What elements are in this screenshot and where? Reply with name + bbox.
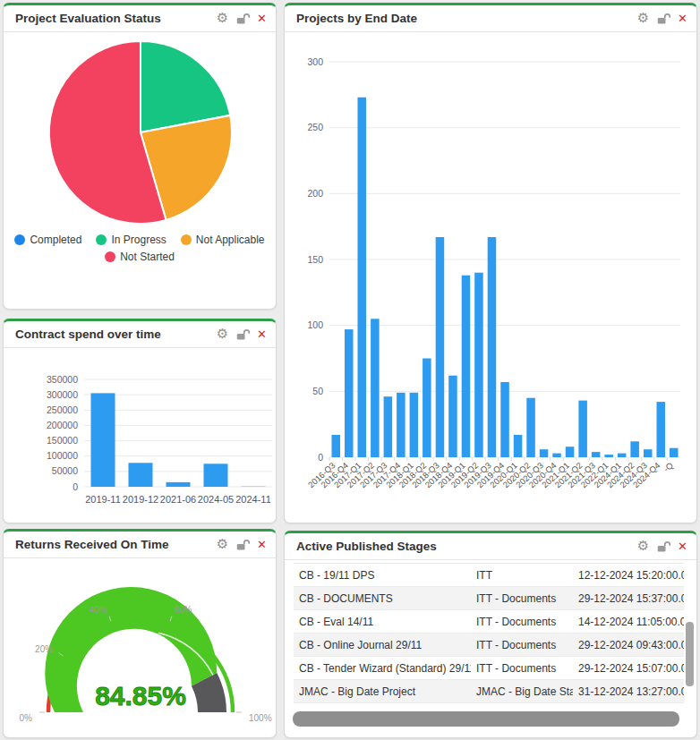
bar[interactable] [552, 454, 561, 457]
unlock-icon[interactable] [235, 13, 250, 25]
table-cell: 14-12-2024 11:05:00.000 [573, 616, 684, 628]
panel-title: Returns Received On Time [15, 538, 169, 551]
panel-title: Project Evaluation Status [15, 12, 161, 25]
bar[interactable] [371, 319, 380, 457]
table-cell: JMAC - Big Date Stage [471, 685, 573, 698]
vertical-scrollbar-thumb[interactable] [686, 622, 694, 686]
close-icon[interactable]: ✕ [678, 13, 687, 24]
stages-table: CB - 19/11 DPSITT12-12-2024 15:20:00.000… [294, 563, 684, 703]
panel-title: Active Published Stages [296, 540, 437, 553]
gear-icon[interactable]: ⚙ [217, 327, 228, 341]
bar[interactable] [410, 393, 419, 457]
bar[interactable] [604, 455, 613, 457]
close-icon[interactable]: ✕ [257, 328, 267, 340]
y-tick-label: 350000 [47, 374, 78, 385]
table-row[interactable]: CB - DOCUMENTSITT - Documents29-12-2024 … [294, 587, 684, 610]
gear-icon[interactable]: ⚙ [637, 12, 649, 25]
gauge-tick-label: 20% [35, 644, 53, 654]
table-cell: ITT [471, 569, 573, 582]
table-cell: 29-12-2024 15:07:00.000 [573, 662, 684, 675]
bar[interactable] [630, 441, 639, 457]
y-tick-label: 250000 [47, 404, 78, 415]
panel-header-icons: ⚙✕ [217, 538, 267, 551]
table-cell: JMAC - Big Date Project [294, 685, 471, 698]
gear-icon[interactable]: ⚙ [217, 538, 228, 551]
bar[interactable] [488, 237, 497, 457]
unlock-icon[interactable] [656, 13, 670, 25]
table-cell: CB - DOCUMENTS [294, 592, 471, 605]
gear-icon[interactable]: ⚙ [637, 540, 649, 553]
close-icon[interactable]: ✕ [257, 539, 267, 550]
bar[interactable] [129, 463, 153, 487]
panel-title: Contract spend over time [15, 327, 161, 341]
table-row[interactable]: CB - 19/11 DPSITT12-12-2024 15:20:00.000 [294, 564, 684, 587]
bar[interactable] [657, 402, 666, 457]
x-tick-label: 2024-11 [235, 494, 271, 505]
bar[interactable] [166, 482, 191, 487]
bar[interactable] [474, 273, 483, 457]
table-cell: ITT - Documents [471, 616, 573, 628]
y-tick-label: 200000 [47, 420, 78, 430]
close-icon[interactable]: ✕ [678, 540, 687, 552]
gear-icon[interactable]: ⚙ [217, 12, 228, 25]
bar[interactable] [540, 449, 549, 457]
pie-legend: CompletedIn ProgressNot ApplicableNot St… [13, 234, 266, 263]
table-cell: ITT - Documents [471, 639, 573, 651]
panel-header: Contract spend over time ⚙✕ [4, 321, 276, 348]
bar[interactable] [566, 447, 575, 457]
bar[interactable] [578, 401, 587, 457]
bar[interactable] [91, 393, 115, 487]
horizontal-scrollbar-thumb[interactable] [293, 711, 679, 727]
gauge-value: 84.85% [95, 681, 186, 710]
y-tick-label: 250 [307, 122, 323, 132]
table-row[interactable]: CB - Online Journal 29/11ITT - Documents… [294, 634, 684, 657]
bar[interactable] [462, 276, 471, 457]
legend-label: Not Started [120, 251, 175, 263]
table-cell: 29-12-2024 15:37:00.000 [573, 592, 684, 605]
legend-label: Completed [30, 234, 81, 246]
bar[interactable] [384, 396, 393, 457]
bar[interactable] [358, 98, 367, 457]
y-tick-label: 0 [73, 481, 78, 492]
panel-body: 0501001502002503002016-Q32016-Q42017-Q12… [285, 32, 696, 523]
legend-label: Not Applicable [196, 234, 265, 246]
unlock-icon[interactable] [235, 539, 250, 551]
unlock-icon[interactable] [235, 328, 250, 341]
bar[interactable] [345, 329, 354, 457]
bar[interactable] [514, 435, 523, 457]
panel-projects-by-end-date: Projects by End Date ⚙✕ 0501001502002503… [284, 3, 697, 523]
bar[interactable] [644, 449, 653, 457]
table-cell: CB - Tender Wizard (Standard) 29/11 [294, 662, 471, 675]
table-row[interactable]: JMAC - Big Date ProjectJMAC - Big Date S… [294, 680, 684, 703]
bar[interactable] [204, 464, 228, 487]
legend-item[interactable]: Not Applicable [181, 234, 265, 246]
y-tick-label: 100000 [47, 450, 78, 461]
bar[interactable] [397, 393, 405, 457]
bar[interactable] [526, 398, 535, 457]
bar[interactable] [448, 376, 457, 457]
dashboard: Project Evaluation Status ⚙✕ CompletedIn… [0, 0, 700, 740]
bar[interactable] [436, 237, 445, 457]
panel-body: 0500001000001500002000002500003000003500… [4, 348, 276, 517]
panel-header-icons: ⚙✕ [217, 327, 267, 341]
gauge-tick-label: 60% [174, 605, 192, 615]
legend-item[interactable]: In Progress [96, 234, 166, 246]
bar[interactable] [500, 382, 509, 457]
bar[interactable] [592, 452, 601, 457]
pie-chart [4, 32, 277, 228]
y-tick-label: 150 [307, 254, 323, 265]
bar[interactable] [618, 454, 627, 457]
table-row[interactable]: CB - Eval 14/11ITT - Documents14-12-2024… [294, 610, 684, 634]
bar[interactable] [670, 448, 679, 457]
y-tick-label: 300 [307, 56, 323, 67]
bar[interactable] [332, 435, 341, 457]
table-row[interactable]: CB - Tender Wizard (Standard) 29/11ITT -… [294, 657, 684, 680]
legend-item[interactable]: Completed [14, 234, 81, 246]
legend-item[interactable]: Not Started [105, 251, 175, 263]
bar[interactable] [423, 359, 431, 458]
legend-dot [105, 251, 115, 262]
panel-project-evaluation-status: Project Evaluation Status ⚙✕ CompletedIn… [3, 3, 277, 310]
unlock-icon[interactable] [656, 540, 670, 553]
x-tick-label: -Q [662, 460, 675, 473]
close-icon[interactable]: ✕ [257, 13, 267, 24]
